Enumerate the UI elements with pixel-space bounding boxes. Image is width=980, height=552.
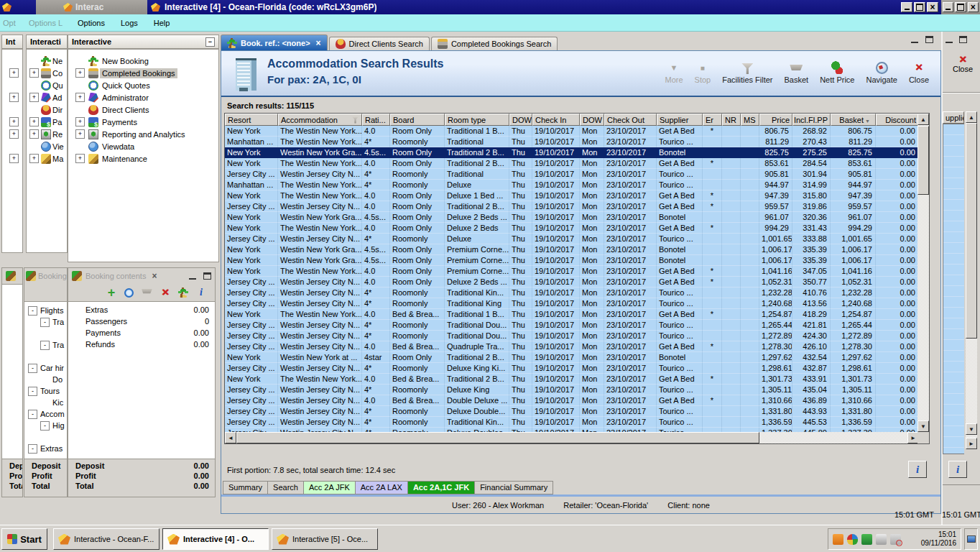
expand-icon[interactable] bbox=[29, 93, 39, 102]
expand-icon[interactable] bbox=[75, 93, 85, 102]
booking-tree-item[interactable]: Tours bbox=[24, 385, 67, 397]
table-row[interactable]: Manhattan ... The Westin New York... 4* … bbox=[225, 137, 919, 147]
tree-item[interactable]: Vie bbox=[27, 140, 67, 152]
collapse-icon[interactable] bbox=[28, 410, 37, 419]
background-menu-2[interactable]: Options L bbox=[29, 19, 68, 27]
tree-item[interactable] bbox=[2, 67, 22, 79]
bottom-tab[interactable]: Search bbox=[267, 481, 303, 494]
security-icon[interactable] bbox=[847, 534, 858, 545]
table-row[interactable]: Jersey City ... Westin Jersey City N... … bbox=[225, 406, 919, 417]
tree-item[interactable]: New Booking bbox=[68, 55, 218, 67]
volume-muted-icon[interactable] bbox=[890, 534, 901, 545]
maximize-icon[interactable] bbox=[914, 2, 925, 12]
tree-item[interactable]: Re bbox=[27, 128, 67, 140]
table-row[interactable]: New York Westin New York at ... 4star Ro… bbox=[225, 352, 919, 363]
restore-icon[interactable] bbox=[955, 2, 966, 12]
task-button[interactable]: Interactive [4] - O... bbox=[162, 528, 269, 550]
expand-icon[interactable] bbox=[75, 117, 85, 126]
background-tree-1[interactable] bbox=[1, 49, 23, 253]
column-header[interactable]: Resort bbox=[225, 114, 278, 126]
usb-icon[interactable] bbox=[876, 534, 887, 545]
column-icon[interactable] bbox=[865, 116, 873, 124]
table-row[interactable]: Jersey City ... Westin Jersey City N... … bbox=[225, 320, 919, 331]
column-header[interactable]: Check In bbox=[532, 114, 580, 126]
table-row[interactable]: New York Westin New York Gra... 4.5s... … bbox=[225, 212, 919, 223]
column-header[interactable]: DOW bbox=[509, 114, 532, 126]
tree-item[interactable]: Payments bbox=[68, 116, 218, 128]
background-tree-2[interactable]: Ne Co Qu Ad Dir Pa bbox=[26, 49, 68, 253]
table-row[interactable]: New York The Westin New York... 4.0 Bed … bbox=[225, 374, 919, 385]
column-header[interactable]: Board bbox=[390, 114, 445, 126]
menu-item[interactable]: Help bbox=[146, 19, 178, 27]
collapse-icon[interactable] bbox=[40, 421, 50, 431]
close-panel-icon[interactable]: × bbox=[152, 271, 157, 281]
scroll-up-icon[interactable] bbox=[917, 114, 929, 125]
tab-close-icon[interactable] bbox=[316, 38, 321, 48]
column-header[interactable]: Discount bbox=[876, 114, 919, 126]
close-icon[interactable] bbox=[968, 2, 979, 12]
table-row[interactable]: Jersey City ... Westin Jersey City N... … bbox=[225, 331, 919, 341]
table-row[interactable]: New York Westin New York Gra... 4.5s... … bbox=[225, 244, 919, 255]
stop-button[interactable]: Stop bbox=[689, 61, 717, 84]
collapse-icon[interactable] bbox=[28, 387, 37, 396]
expand-icon[interactable] bbox=[29, 154, 39, 163]
add-icon[interactable] bbox=[106, 288, 116, 298]
delete-icon[interactable] bbox=[160, 288, 170, 298]
start-button[interactable]: Start bbox=[1, 528, 47, 550]
column-header[interactable]: upplie bbox=[943, 111, 964, 124]
scroll-left-icon[interactable] bbox=[225, 432, 236, 443]
table-row[interactable]: Jersey City ... Westin Jersey City N... … bbox=[225, 341, 919, 352]
collapse-icon[interactable] bbox=[40, 318, 50, 327]
table-row[interactable]: Manhattan ... The Westin New York... 4* … bbox=[225, 180, 919, 190]
scroll-up-icon[interactable] bbox=[966, 111, 977, 123]
background-window-1-titlebar[interactable] bbox=[0, 0, 36, 14]
tree-item[interactable]: Pa bbox=[27, 116, 67, 128]
expand-icon[interactable] bbox=[75, 68, 85, 78]
table-row[interactable]: Jersey City ... Westin Jersey City N... … bbox=[225, 395, 919, 406]
tree-item[interactable]: Completed Bookings bbox=[68, 67, 218, 79]
expand-icon[interactable] bbox=[9, 129, 19, 139]
column-header[interactable]: MS bbox=[741, 114, 759, 126]
column-header[interactable]: Basket bbox=[831, 114, 876, 126]
expand-icon[interactable] bbox=[75, 129, 85, 139]
table-row[interactable]: New York Westin New York Gra... 4.5s... … bbox=[225, 255, 919, 266]
new-booking-icon[interactable] bbox=[178, 288, 188, 298]
tree-item[interactable]: Ne bbox=[27, 55, 67, 67]
column-header[interactable]: Room type bbox=[445, 114, 509, 126]
table-row[interactable]: New York The Westin New York... 4.0 Room… bbox=[225, 158, 919, 169]
tree-item[interactable] bbox=[2, 55, 22, 67]
horizontal-scrollbar[interactable] bbox=[225, 432, 919, 443]
expand-icon[interactable] bbox=[29, 117, 39, 126]
java-icon[interactable] bbox=[833, 534, 843, 545]
tree-item[interactable]: Viewdata bbox=[68, 140, 218, 152]
vertical-scroll-thumb[interactable] bbox=[917, 126, 929, 195]
info-button[interactable] bbox=[908, 461, 927, 478]
column-icon[interactable] bbox=[351, 116, 359, 124]
table-row[interactable]: New York Westin New York Gra... 4.5s... … bbox=[225, 147, 919, 158]
task-button[interactable]: Interactive - Ocean-F... bbox=[53, 528, 160, 550]
column-header[interactable]: Er bbox=[703, 114, 722, 126]
expand-icon[interactable] bbox=[9, 68, 19, 78]
table-row[interactable]: Jersey City ... Westin Jersey City N... … bbox=[225, 288, 919, 298]
vertical-scrollbar[interactable] bbox=[917, 114, 929, 432]
close-button[interactable]: Close bbox=[903, 61, 935, 84]
table-row[interactable]: New York The Westin New York... 4.0 Room… bbox=[225, 126, 919, 137]
info-icon[interactable] bbox=[196, 288, 206, 298]
minimize-icon[interactable] bbox=[943, 2, 953, 12]
collapse-icon[interactable] bbox=[28, 444, 37, 454]
column-header[interactable]: NR bbox=[722, 114, 741, 126]
column-header[interactable]: Incl.Fl.PP bbox=[792, 114, 831, 126]
move-to-basket-icon[interactable] bbox=[142, 289, 152, 297]
booking-tree-item[interactable]: Flights bbox=[24, 305, 67, 316]
booking-tree-item[interactable] bbox=[24, 351, 67, 362]
column-header[interactable]: Supplier bbox=[657, 114, 703, 126]
more-button[interactable]: More bbox=[660, 61, 689, 84]
table-row[interactable]: New York The Westin New York... 4.0 Room… bbox=[225, 190, 919, 201]
horizontal-scroll-thumb[interactable] bbox=[236, 432, 759, 443]
collapse-icon[interactable] bbox=[28, 364, 37, 373]
right-window-titlebar[interactable] bbox=[941, 0, 980, 14]
tree-item[interactable] bbox=[2, 116, 22, 128]
background-window-2-titlebar[interactable]: Interac bbox=[36, 0, 147, 14]
column-header[interactable]: Rati... bbox=[362, 114, 390, 126]
tree-item[interactable]: Ma bbox=[27, 152, 67, 165]
